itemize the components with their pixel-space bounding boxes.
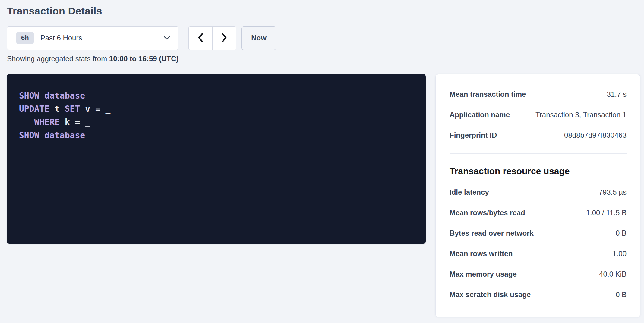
stat-value: 1.00 bbox=[612, 249, 627, 258]
interval-arrow-group bbox=[188, 26, 236, 50]
stat-label: Bytes read over network bbox=[450, 229, 540, 237]
stat-value: 1.00 / 11.5 B bbox=[586, 209, 627, 217]
stat-value: 793.5 µs bbox=[598, 188, 627, 196]
stat-row-mean-rows-written: Mean rows written 1.00 bbox=[450, 249, 627, 258]
time-controls: 6h Past 6 Hours bbox=[7, 26, 640, 50]
stat-label: Application name bbox=[450, 111, 516, 119]
caption-time-range: 10:00 to 16:59 (UTC) bbox=[109, 55, 179, 63]
now-button[interactable]: Now bbox=[241, 26, 276, 50]
stat-row-mean-transaction-time: Mean transaction time 31.7 s bbox=[450, 90, 627, 99]
stat-label: Mean rows written bbox=[450, 249, 519, 258]
stat-label: Max memory usage bbox=[450, 270, 523, 278]
sql-code: SHOW databaseUPDATE t SET v = _ WHERE k … bbox=[19, 89, 414, 142]
aggregated-stats-caption: Showing aggregated stats from 10:00 to 1… bbox=[7, 55, 640, 63]
chevron-left-icon bbox=[197, 33, 204, 44]
stat-row-idle-latency: Idle latency 793.5 µs bbox=[450, 188, 627, 196]
page-title: Transaction Details bbox=[7, 5, 640, 17]
stat-value: 0 B bbox=[616, 290, 627, 299]
stat-row-max-memory-usage: Max memory usage 40.0 KiB bbox=[450, 270, 627, 278]
stat-label: Mean transaction time bbox=[450, 90, 532, 99]
stat-label: Idle latency bbox=[450, 188, 495, 196]
stat-value: Transaction 3, Transaction 1 bbox=[535, 111, 627, 119]
stat-label: Fingerprint ID bbox=[450, 131, 503, 140]
time-range-label: Past 6 Hours bbox=[40, 34, 82, 42]
prev-interval-button[interactable] bbox=[189, 27, 212, 50]
time-range-dropdown[interactable]: 6h Past 6 Hours bbox=[7, 26, 178, 50]
chevron-right-icon bbox=[221, 33, 228, 44]
stat-row-mean-rows-bytes-read: Mean rows/bytes read 1.00 / 11.5 B bbox=[450, 209, 627, 217]
sql-statement-box: SHOW databaseUPDATE t SET v = _ WHERE k … bbox=[7, 74, 426, 244]
main-content: SHOW databaseUPDATE t SET v = _ WHERE k … bbox=[7, 74, 640, 317]
stat-value: 08d8b7d97f830463 bbox=[564, 131, 627, 140]
stat-row-bytes-read-over-network: Bytes read over network 0 B bbox=[450, 229, 627, 237]
transaction-details-page: Transaction Details 6h Past 6 Hours bbox=[0, 0, 644, 317]
stat-value: 40.0 KiB bbox=[599, 270, 627, 278]
stat-value: 0 B bbox=[616, 229, 627, 237]
time-range-badge: 6h bbox=[16, 32, 34, 44]
stat-label: Mean rows/bytes read bbox=[450, 209, 531, 217]
chevron-down-icon bbox=[163, 36, 170, 40]
stat-row-fingerprint-id: Fingerprint ID 08d8b7d97f830463 bbox=[450, 131, 627, 140]
caption-prefix: Showing aggregated stats from bbox=[7, 55, 109, 63]
stat-value: 31.7 s bbox=[607, 90, 627, 99]
resource-usage-heading: Transaction resource usage bbox=[450, 166, 627, 176]
transaction-summary-card: Mean transaction time 31.7 s Application… bbox=[435, 74, 640, 317]
stat-label: Max scratch disk usage bbox=[450, 290, 537, 299]
card-divider bbox=[450, 153, 627, 154]
stat-row-application-name: Application name Transaction 3, Transact… bbox=[450, 111, 627, 119]
stat-row-max-scratch-disk-usage: Max scratch disk usage 0 B bbox=[450, 290, 627, 299]
next-interval-button[interactable] bbox=[212, 27, 236, 50]
